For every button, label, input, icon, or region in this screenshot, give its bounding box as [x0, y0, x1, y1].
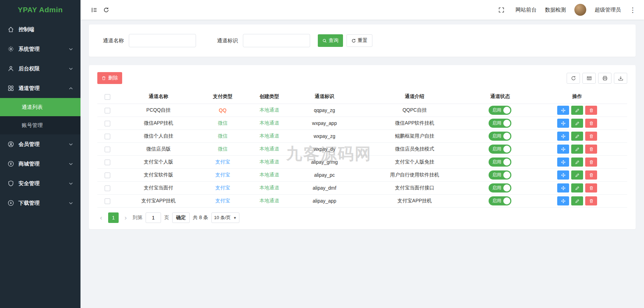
sidebar-item[interactable]: 会员管理: [0, 134, 80, 154]
more-menu-icon[interactable]: ⋮: [629, 4, 636, 16]
select-all-checkbox[interactable]: [105, 94, 110, 100]
prev-page-button[interactable]: ‹: [97, 212, 105, 223]
avatar[interactable]: [574, 4, 586, 16]
goto-page-input[interactable]: [146, 212, 161, 223]
move-row-button[interactable]: [557, 119, 569, 128]
fullscreen-icon[interactable]: [495, 4, 507, 16]
toggle-knob: [503, 159, 510, 166]
edit-row-button[interactable]: [571, 119, 583, 128]
channel-code-cell: alipay_dmf: [293, 182, 356, 195]
reset-button[interactable]: 重置: [346, 34, 372, 47]
username[interactable]: 超级管理员: [595, 7, 621, 13]
trash-icon: [102, 76, 106, 80]
channel-code-input[interactable]: [243, 34, 310, 47]
delete-row-button[interactable]: [585, 183, 597, 192]
row-checkbox[interactable]: [105, 121, 110, 126]
table-card: 删除: [89, 65, 636, 229]
status-toggle[interactable]: 启用: [489, 183, 511, 192]
column-header: 通道介绍: [356, 90, 473, 104]
status-toggle[interactable]: 启用: [489, 119, 511, 128]
edit-row-button[interactable]: [571, 106, 583, 115]
move-row-button[interactable]: [557, 158, 569, 167]
create-type-cell: 本地通道: [246, 156, 293, 169]
status-toggle[interactable]: 启用: [489, 170, 511, 180]
move-row-button[interactable]: [557, 196, 569, 205]
move-row-button[interactable]: [557, 170, 569, 180]
channel-name-input[interactable]: [129, 34, 196, 47]
page-unit-label: 页: [164, 215, 169, 221]
page-size-select[interactable]: 10 条/页 ▼: [211, 212, 240, 223]
sidebar-item-label: 后台权限: [19, 65, 40, 72]
toggle-knob: [503, 120, 510, 127]
move-row-button[interactable]: [557, 145, 569, 154]
sidebar-item[interactable]: 通道管理: [0, 78, 80, 98]
channel-name-label: 通道名称: [103, 37, 124, 44]
sidebar-item-label: 会员管理: [19, 141, 40, 148]
current-page-button[interactable]: 1: [108, 212, 119, 223]
status-toggle[interactable]: 启用: [489, 106, 511, 115]
delete-row-button[interactable]: [585, 145, 597, 154]
move-row-button[interactable]: [557, 106, 569, 115]
sidebar-item[interactable]: 安全管理: [0, 174, 80, 193]
collapse-menu-icon[interactable]: [88, 4, 100, 16]
edit-row-button[interactable]: [571, 145, 583, 154]
sidebar-item[interactable]: 系统管理: [0, 39, 80, 59]
move-row-button[interactable]: [557, 132, 569, 141]
table-print-button[interactable]: [598, 73, 611, 84]
search-button[interactable]: 查询: [318, 34, 343, 47]
delete-row-button[interactable]: [585, 196, 597, 205]
refresh-icon: [571, 76, 576, 81]
sidebar-item[interactable]: 下载管理: [0, 193, 80, 213]
frontend-link[interactable]: 网站前台: [516, 7, 537, 13]
search-button-label: 查询: [329, 37, 338, 44]
delete-row-button[interactable]: [585, 106, 597, 115]
row-checkbox[interactable]: [105, 173, 110, 178]
delete-button-label: 删除: [108, 75, 118, 81]
channel-intro-cell: 微信APP软件挂机: [356, 117, 473, 130]
edit-row-button[interactable]: [571, 132, 583, 141]
status-toggle[interactable]: 启用: [489, 196, 511, 205]
delete-row-button[interactable]: [585, 158, 597, 167]
row-checkbox[interactable]: [105, 160, 110, 165]
toggle-knob: [503, 133, 510, 140]
table-refresh-button[interactable]: [567, 73, 580, 84]
edit-row-button[interactable]: [571, 196, 583, 205]
status-toggle[interactable]: 启用: [489, 145, 511, 154]
row-checkbox[interactable]: [105, 198, 110, 204]
row-checkbox[interactable]: [105, 186, 110, 191]
sidebar-subitem[interactable]: 通道列表: [0, 98, 80, 116]
table-export-button[interactable]: [614, 73, 627, 84]
pay-type-cell: 支付宝: [199, 195, 246, 208]
table-columns-button[interactable]: [582, 73, 596, 84]
move-row-button[interactable]: [557, 183, 569, 192]
data-check-link[interactable]: 数据检测: [545, 7, 566, 13]
toggle-knob: [503, 146, 510, 153]
sidebar-item[interactable]: 商城管理: [0, 154, 80, 174]
edit-row-button[interactable]: [571, 183, 583, 192]
delete-row-button[interactable]: [585, 170, 597, 180]
sidebar-item-label: 通道管理: [19, 85, 40, 92]
edit-row-button[interactable]: [571, 158, 583, 167]
download-icon: [8, 200, 14, 206]
delete-row-button[interactable]: [585, 132, 597, 141]
status-toggle[interactable]: 启用: [489, 158, 511, 167]
row-checkbox[interactable]: [105, 108, 110, 113]
next-page-button[interactable]: ›: [122, 212, 130, 223]
row-checkbox[interactable]: [105, 147, 110, 152]
refresh-icon[interactable]: [100, 4, 112, 16]
home-icon: [8, 26, 14, 33]
delete-button[interactable]: 删除: [97, 72, 122, 84]
column-header: 通道名称: [118, 90, 199, 104]
confirm-page-button[interactable]: 确定: [172, 212, 190, 223]
row-checkbox[interactable]: [105, 134, 110, 139]
edit-row-button[interactable]: [571, 170, 583, 180]
status-toggle[interactable]: 启用: [489, 132, 511, 141]
sidebar-subitem[interactable]: 账号管理: [0, 116, 80, 134]
sidebar-item[interactable]: 后台权限: [0, 59, 80, 78]
delete-row-button[interactable]: [585, 119, 597, 128]
channel-code-filter: 通道标识: [217, 34, 310, 47]
channel-intro-cell: QQPC自挂: [356, 104, 473, 117]
sidebar-item[interactable]: 控制端: [0, 20, 80, 39]
app-root: YPAY Admin 控制端系统管理后台权限通道管理通道列表账号管理会员管理商城…: [0, 0, 644, 308]
sidebar-item-label: 安全管理: [19, 180, 40, 187]
